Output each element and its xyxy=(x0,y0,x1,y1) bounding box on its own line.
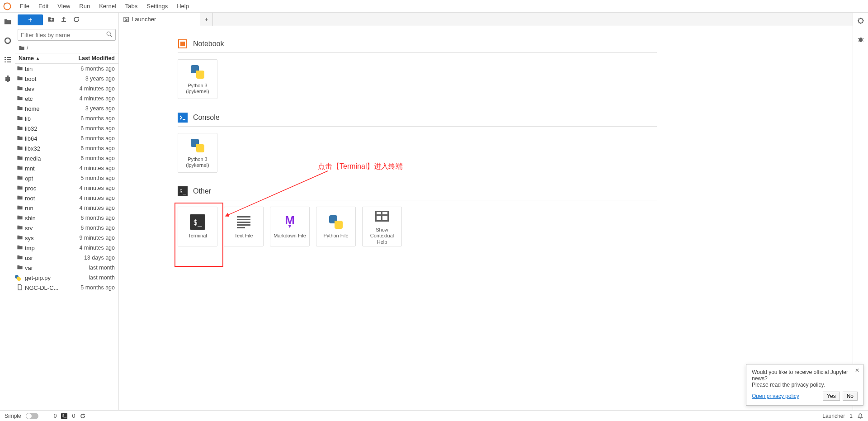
file-item[interactable]: proc4 minutes ago xyxy=(15,183,118,193)
new-folder-icon[interactable] xyxy=(47,16,56,24)
file-item[interactable]: get-pip.pylast month xyxy=(15,273,118,283)
svg-point-12 xyxy=(107,32,110,35)
property-inspector-icon[interactable] xyxy=(857,17,864,26)
column-name[interactable]: Name▲ xyxy=(15,55,69,61)
file-item[interactable]: sys9 minutes ago xyxy=(15,233,118,243)
file-modified: 4 minutes ago xyxy=(69,85,118,92)
launcher-tab-icon xyxy=(123,17,129,22)
folder-icon xyxy=(15,105,25,112)
popup-no-button[interactable]: No xyxy=(843,392,858,401)
popup-text-1: Would you like to receive official Jupyt… xyxy=(752,369,858,382)
folder-icon xyxy=(15,95,25,102)
card-label: Show Contextual Help xyxy=(370,227,394,245)
folder-icon xyxy=(19,45,25,51)
menu-edit[interactable]: Edit xyxy=(34,1,53,11)
card-help[interactable]: Show Contextual Help xyxy=(362,207,402,246)
file-name: lib64 xyxy=(25,135,69,142)
jupyter-logo-icon xyxy=(3,2,12,11)
file-item[interactable]: tmp4 minutes ago xyxy=(15,243,118,253)
card-notebook-python3[interactable]: Python 3 (ipykernel) xyxy=(178,59,217,99)
main-area: Launcher + Notebook Python 3 (ipykernel) xyxy=(119,13,853,410)
extensions-icon[interactable] xyxy=(3,74,12,83)
close-icon[interactable]: ✕ xyxy=(855,367,859,374)
file-item[interactable]: bin6 months ago xyxy=(15,64,118,74)
column-modified[interactable]: Last Modified xyxy=(69,55,118,61)
folder-icon xyxy=(15,145,25,152)
add-tab-button[interactable]: + xyxy=(200,13,213,26)
python-icon xyxy=(328,214,344,230)
file-modified: 5 months ago xyxy=(69,175,118,181)
file-item[interactable]: usr13 days ago xyxy=(15,253,118,263)
popup-yes-button[interactable]: Yes xyxy=(823,392,840,401)
file-name: sys xyxy=(25,235,69,241)
files-icon[interactable] xyxy=(3,17,12,26)
new-launcher-button[interactable]: + xyxy=(18,14,43,25)
menu-kernel[interactable]: Kernel xyxy=(94,1,121,11)
file-item[interactable]: dev4 minutes ago xyxy=(15,84,118,94)
upload-icon[interactable] xyxy=(59,16,68,24)
folder-icon xyxy=(15,225,25,232)
file-modified: last month xyxy=(69,274,118,281)
file-name: root xyxy=(25,195,69,202)
file-item[interactable]: mnt4 minutes ago xyxy=(15,163,118,173)
card-markdown[interactable]: M▼Markdown File xyxy=(270,207,310,246)
file-item[interactable]: home3 years ago xyxy=(15,104,118,114)
card-python[interactable]: Python File xyxy=(316,207,356,246)
bell-icon[interactable] xyxy=(857,413,863,419)
menu-settings[interactable]: Settings xyxy=(142,1,172,11)
svg-line-22 xyxy=(862,38,863,39)
file-item[interactable]: srv6 months ago xyxy=(15,223,118,233)
running-icon[interactable] xyxy=(3,36,12,45)
file-modified: 9 minutes ago xyxy=(69,235,118,241)
file-modified: 6 months ago xyxy=(69,225,118,231)
file-item[interactable]: lib6 months ago xyxy=(15,114,118,123)
section-console: Console Python 3 (ipykernel) xyxy=(178,113,853,173)
menu-run[interactable]: Run xyxy=(75,1,94,11)
svg-rect-16 xyxy=(180,42,185,46)
file-modified: 3 years ago xyxy=(69,105,118,112)
debugger-icon[interactable] xyxy=(857,36,864,44)
file-item[interactable]: libx326 months ago xyxy=(15,143,118,153)
folder-icon xyxy=(15,175,25,182)
privacy-policy-link[interactable]: Open privacy policy xyxy=(752,393,799,399)
status-kernel-count: 0 xyxy=(54,413,57,419)
card-console-python3[interactable]: Python 3 (ipykernel) xyxy=(178,133,217,173)
file-item[interactable]: boot3 years ago xyxy=(15,74,118,84)
tab-launcher[interactable]: Launcher xyxy=(119,13,200,26)
file-name: home xyxy=(25,105,69,112)
menu-view[interactable]: View xyxy=(53,1,75,11)
refresh-icon[interactable] xyxy=(72,16,81,24)
status-right-num: 1 xyxy=(849,413,853,419)
file-item[interactable]: sbin6 months ago xyxy=(15,213,118,223)
file-item[interactable]: lib326 months ago xyxy=(15,123,118,133)
card-terminal[interactable]: $_Terminal xyxy=(178,207,217,246)
card-label: Python 3 (ipykernel) xyxy=(186,83,209,95)
launcher-body: Notebook Python 3 (ipykernel) Console xyxy=(119,26,853,410)
svg-point-20 xyxy=(859,38,863,42)
file-name: etc xyxy=(25,95,69,102)
filter-input[interactable] xyxy=(21,32,106,38)
file-name: mnt xyxy=(25,165,69,172)
menu-help[interactable]: Help xyxy=(172,1,193,11)
status-sync-icon[interactable] xyxy=(80,413,86,419)
toc-icon[interactable] xyxy=(3,55,12,64)
svg-line-13 xyxy=(110,35,112,37)
help-icon xyxy=(374,208,390,224)
file-item[interactable]: NGC-DL-C...5 months ago xyxy=(15,283,118,293)
menu-tabs[interactable]: Tabs xyxy=(121,1,142,11)
breadcrumb[interactable]: / xyxy=(15,43,118,53)
file-item[interactable]: run4 minutes ago xyxy=(15,203,118,213)
search-icon xyxy=(106,31,113,39)
breadcrumb-path: / xyxy=(27,44,28,51)
menu-file[interactable]: File xyxy=(15,1,34,11)
file-item[interactable]: etc4 minutes ago xyxy=(15,94,118,104)
simple-toggle[interactable] xyxy=(26,413,38,419)
file-item[interactable]: root4 minutes ago xyxy=(15,193,118,203)
file-item[interactable]: varlast month xyxy=(15,263,118,273)
card-text[interactable]: Text File xyxy=(224,207,264,246)
file-item[interactable]: opt5 months ago xyxy=(15,173,118,183)
file-item[interactable]: lib646 months ago xyxy=(15,133,118,143)
file-item[interactable]: media6 months ago xyxy=(15,153,118,163)
file-name: get-pip.py xyxy=(25,274,69,281)
file-modified: 4 minutes ago xyxy=(69,185,118,191)
